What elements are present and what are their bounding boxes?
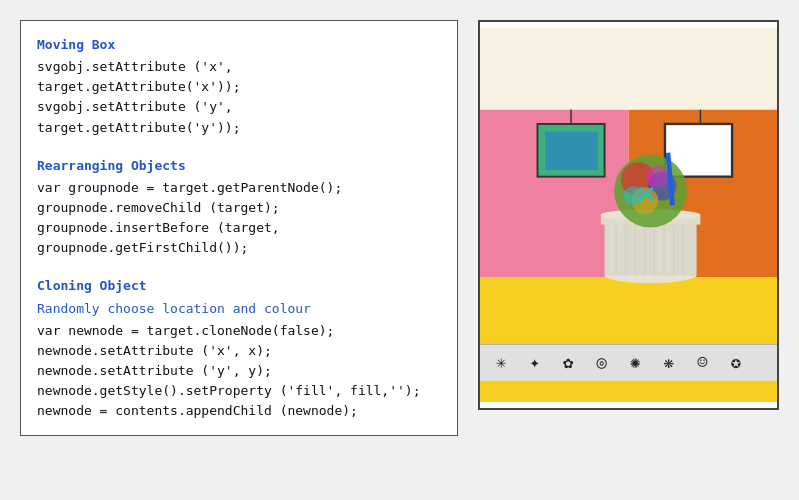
svg-text:✺: ✺: [630, 352, 640, 372]
heading-moving-box: Moving Box: [37, 35, 441, 55]
code-line: svgobj.setAttribute ('y', target.getAttr…: [37, 97, 441, 137]
svg-rect-3: [480, 28, 777, 109]
svg-text:✕: ✕: [637, 175, 655, 210]
code-line: newnode.getStyle().setProperty ('fill', …: [37, 381, 441, 401]
code-line: newnode = contents.appendChild (newnode)…: [37, 401, 441, 421]
svg-marker-0: [480, 277, 777, 402]
scene-panel: ✕ ✳ ✦ ✿ ◎ ✺ ❋ ☺ ✪: [478, 20, 779, 410]
svg-text:☺: ☺: [697, 352, 708, 372]
svg-text:✪: ✪: [731, 352, 741, 372]
code-line: var groupnode = target.getParentNode();: [37, 178, 441, 198]
svg-text:◎: ◎: [596, 352, 607, 372]
code-line: var newnode = target.cloneNode(false);: [37, 321, 441, 341]
svg-text:✳: ✳: [496, 352, 506, 372]
svg-text:❋: ❋: [664, 352, 675, 372]
code-panel: Moving Box svgobj.setAttribute ('x', tar…: [20, 20, 458, 436]
svg-text:✦: ✦: [529, 352, 540, 372]
subheading-cloning: Randomly choose location and colour: [37, 299, 441, 319]
scene-svg: ✕ ✳ ✦ ✿ ◎ ✺ ❋ ☺ ✪: [480, 22, 777, 408]
code-line: groupnode.removeChild (target);: [37, 198, 441, 218]
heading-rearranging-objects: Rearranging Objects: [37, 156, 441, 176]
code-line: newnode.setAttribute ('y', y);: [37, 361, 441, 381]
svg-text:✿: ✿: [563, 352, 574, 372]
svg-rect-6: [545, 132, 598, 170]
code-line: newnode.setAttribute ('x', x);: [37, 341, 441, 361]
heading-cloning-object: Cloning Object: [37, 276, 441, 296]
code-line: svgobj.setAttribute ('x', target.getAttr…: [37, 57, 441, 97]
code-line: groupnode.insertBefore (target, groupnod…: [37, 218, 441, 258]
